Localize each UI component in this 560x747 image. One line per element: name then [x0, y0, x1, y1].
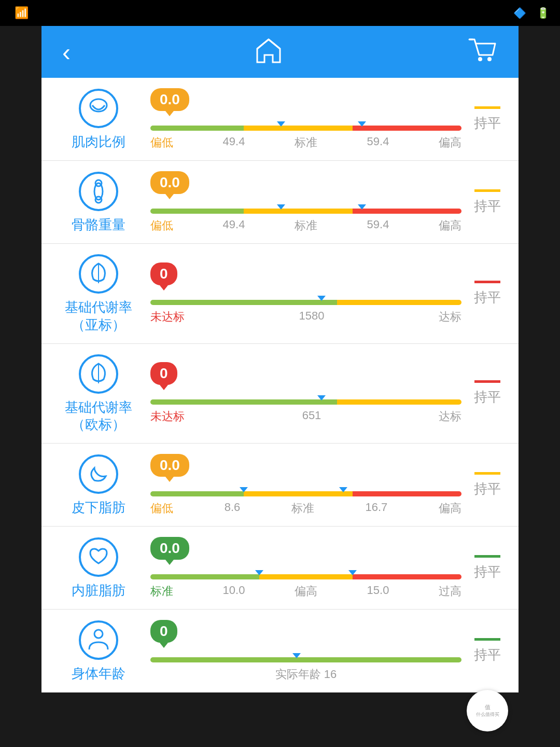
scale-label: 达标 [439, 309, 461, 325]
heart-icon [78, 536, 119, 578]
svg-point-1 [487, 57, 492, 61]
trend-area: 持平 [467, 638, 508, 664]
metric-label: 内脏脂肪 [72, 582, 125, 600]
metric-row-body-age: 身体年龄 0 实际年龄 16 持平 [41, 610, 519, 693]
trend-indicator [474, 472, 500, 475]
metric-badge: 0.0 [150, 537, 189, 560]
muscle-icon [78, 88, 119, 129]
trend-indicator [474, 638, 500, 641]
scale-label: 偏高 [439, 135, 461, 150]
svg-point-5 [80, 173, 117, 210]
back-button[interactable]: ‹ [62, 38, 71, 66]
scale-label: 标准 [291, 501, 314, 516]
trend-area: 持平 [467, 472, 508, 498]
scale-label: 651 [302, 409, 321, 424]
scale-label: 偏低 [150, 135, 173, 150]
scale-label: 实际年龄 16 [275, 667, 337, 682]
metrics-container: 肌肉比例 0.0 偏低49.4标准59.4偏高 持平 骨骼重量 0.0 [41, 78, 519, 693]
scale-label: 偏低 [150, 501, 173, 516]
metric-content: 0.0 标准10.0偏高15.0过高 [145, 537, 467, 599]
metric-badge: 0 [150, 262, 177, 285]
metric-label: 身体年龄 [72, 665, 125, 683]
metric-label: 皮下脂肪 [72, 499, 125, 517]
scale-label: 49.4 [223, 218, 245, 233]
metric-icon-area: 身体年龄 [52, 619, 145, 683]
scale-label: 59.4 [367, 135, 389, 150]
metric-badge: 0.0 [150, 88, 189, 111]
metric-content: 0.0 偏低8.6标准16.7偏高 [145, 454, 467, 516]
scale-label: 偏高 [295, 584, 317, 599]
app-container: ‹ 肌肉比例 [41, 26, 519, 693]
scale-label: 偏低 [150, 218, 173, 233]
trend-area: 持平 [467, 106, 508, 132]
trend-area: 持平 [467, 189, 508, 215]
metric-content: 0.0 偏低49.4标准59.4偏高 [145, 171, 467, 233]
scale-label: 未达标 [150, 309, 185, 325]
scale-label: 49.4 [223, 135, 245, 150]
trend-indicator [474, 380, 500, 383]
metric-icon-area: 骨骼重量 [52, 171, 145, 234]
metric-row-bone-weight: 骨骼重量 0.0 偏低49.4标准59.4偏高 持平 [41, 161, 519, 244]
metric-badge: 0 [150, 362, 177, 385]
trend-label: 持平 [474, 388, 501, 406]
metric-badge: 0.0 [150, 454, 189, 477]
watermark: 值 什么值得买 [467, 690, 508, 731]
scale-label: 10.0 [223, 584, 245, 599]
bone-icon [78, 171, 119, 212]
scale-label: 59.4 [367, 218, 389, 233]
metric-label: 骨骼重量 [72, 216, 125, 234]
scale-label: 15.0 [367, 584, 389, 599]
metric-row-muscle-ratio: 肌肉比例 0.0 偏低49.4标准59.4偏高 持平 [41, 78, 519, 161]
scale-label: 标准 [150, 584, 173, 599]
metric-row-bmr-asia: 基础代谢率（亚标） 0 未达标1580达标 持平 [41, 244, 519, 344]
metric-content: 0 实际年龄 16 [145, 620, 467, 682]
trend-label: 持平 [474, 480, 501, 498]
metric-badge: 0 [150, 620, 177, 643]
svg-point-15 [80, 621, 117, 659]
scale-label: 未达标 [150, 409, 185, 424]
scale-label: 标准 [295, 135, 317, 150]
metric-icon-area: 肌肉比例 [52, 88, 145, 151]
trend-area: 持平 [467, 380, 508, 406]
cart-icon [467, 35, 498, 66]
status-bar: 📶 🔷 🔋 [0, 0, 560, 26]
metric-badge: 0.0 [150, 171, 189, 194]
trend-area: 持平 [467, 281, 508, 307]
person-icon [78, 619, 119, 661]
battery-icon: 🔋 [537, 7, 550, 19]
metric-row-subcutaneous-fat: 皮下脂肪 0.0 偏低8.6标准16.7偏高 持平 [41, 444, 519, 527]
trend-area: 持平 [467, 555, 508, 581]
svg-point-3 [80, 90, 117, 127]
status-right: 🔷 🔋 [513, 7, 550, 19]
metric-label: 基础代谢率（亚标） [65, 299, 132, 334]
metric-label: 肌肉比例 [72, 133, 125, 151]
metric-icon-area: 皮下脂肪 [52, 453, 145, 517]
moon-icon [78, 453, 119, 495]
metric-label: 基础代谢率（欧标） [65, 399, 132, 434]
metric-content: 0 未达标651达标 [145, 362, 467, 424]
scale-label: 达标 [439, 409, 461, 424]
svg-point-0 [478, 57, 482, 61]
status-left: 📶 [10, 6, 29, 20]
metric-content: 0.0 偏低49.4标准59.4偏高 [145, 88, 467, 150]
trend-indicator [474, 555, 500, 558]
header: ‹ [41, 26, 519, 78]
trend-label: 持平 [474, 114, 501, 132]
trend-label: 持平 [474, 646, 501, 664]
metric-icon-area: 内脏脂肪 [52, 536, 145, 600]
svg-point-14 [80, 538, 117, 576]
metric-icon-area: 基础代谢率（欧标） [52, 353, 145, 434]
trend-label: 持平 [474, 288, 501, 307]
trend-label: 持平 [474, 197, 501, 215]
cart-button[interactable] [467, 35, 498, 68]
leaf-icon [78, 253, 119, 295]
trend-label: 持平 [474, 563, 501, 581]
scale-label: 1580 [299, 309, 325, 325]
metric-content: 0 未达标1580达标 [145, 262, 467, 325]
scale-label: 过高 [439, 584, 461, 599]
scale-label: 16.7 [366, 501, 388, 516]
scale-label: 标准 [295, 218, 317, 233]
trend-indicator [474, 189, 500, 192]
home-button[interactable] [253, 35, 284, 68]
trend-indicator [474, 106, 500, 109]
